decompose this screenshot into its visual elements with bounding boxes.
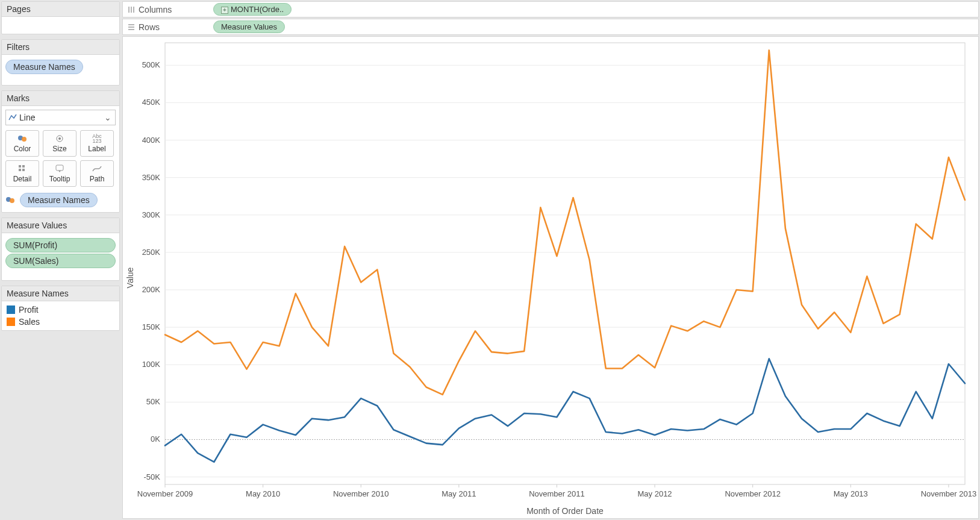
svg-rect-16 <box>128 29 134 30</box>
svg-text:50K: 50K <box>146 397 160 406</box>
pages-title: Pages <box>2 2 119 17</box>
svg-text:450K: 450K <box>142 98 161 107</box>
legend-title: Measure Names <box>2 286 119 301</box>
svg-point-3 <box>58 137 61 140</box>
detail-icon <box>18 164 27 174</box>
marks-title: Marks <box>2 91 119 106</box>
svg-text:300K: 300K <box>142 210 161 219</box>
columns-label: Columns <box>139 5 172 14</box>
svg-text:November 2009: November 2009 <box>137 489 193 498</box>
svg-text:November 2010: November 2010 <box>333 489 389 498</box>
y-axis-title: Value <box>125 267 135 288</box>
marks-size-button[interactable]: Size <box>43 130 76 157</box>
svg-rect-8 <box>56 165 63 171</box>
legend-swatch-profit <box>7 305 15 314</box>
label-icon: Abc123 <box>92 134 102 143</box>
svg-rect-12 <box>131 7 132 13</box>
side-panel: Pages Filters Measure Names Marks Line ⌄ <box>0 0 121 520</box>
chart-area[interactable]: Value -50K0K50K100K150K200K250K300K350K4… <box>122 36 979 519</box>
columns-shelf[interactable]: Columns +MONTH(Orde.. <box>122 1 979 17</box>
svg-text:200K: 200K <box>142 285 161 294</box>
svg-text:500K: 500K <box>142 60 161 69</box>
color-pill-measure-names[interactable]: Measure Names <box>20 193 98 207</box>
legend-item-sales[interactable]: Sales <box>2 316 119 328</box>
legend-item-profit[interactable]: Profit <box>2 304 119 316</box>
svg-text:May 2012: May 2012 <box>638 489 672 498</box>
chart-svg: -50K0K50K100K150K200K250K300K350K400K450… <box>123 37 977 518</box>
svg-text:November 2013: November 2013 <box>921 489 977 498</box>
svg-point-10 <box>10 198 14 203</box>
measure-values-card: Measure Values SUM(Profit) SUM(Sales) <box>1 218 120 281</box>
svg-text:-50K: -50K <box>144 472 161 481</box>
marks-type-label: Line <box>19 113 35 122</box>
measure-values-title: Measure Values <box>2 218 119 233</box>
rows-pill-measure-values[interactable]: Measure Values <box>213 20 285 33</box>
filter-pill-measure-names[interactable]: Measure Names <box>5 60 83 74</box>
marks-label-button[interactable]: Abc123 Label <box>80 130 114 157</box>
svg-text:May 2013: May 2013 <box>834 489 868 498</box>
svg-rect-13 <box>133 7 134 13</box>
svg-rect-17 <box>165 43 965 484</box>
color-icon <box>5 196 15 204</box>
rows-label: Rows <box>139 22 160 32</box>
svg-rect-6 <box>19 169 21 171</box>
svg-text:250K: 250K <box>142 248 161 257</box>
svg-text:May 2010: May 2010 <box>246 489 280 498</box>
legend-swatch-sales <box>7 318 15 326</box>
measure-value-pill-profit[interactable]: SUM(Profit) <box>5 238 116 252</box>
color-icon <box>17 134 27 143</box>
expand-icon[interactable]: + <box>221 7 228 14</box>
svg-rect-5 <box>22 165 25 168</box>
marks-detail-button[interactable]: Detail <box>5 160 39 187</box>
svg-text:400K: 400K <box>142 136 161 145</box>
tooltip-icon <box>55 164 64 174</box>
svg-rect-4 <box>19 165 21 168</box>
marks-tooltip-button[interactable]: Tooltip <box>43 160 76 187</box>
chevron-down-icon: ⌄ <box>104 113 115 122</box>
columns-icon <box>128 6 135 13</box>
marks-card: Marks Line ⌄ Color <box>1 90 120 213</box>
svg-rect-11 <box>128 7 130 13</box>
columns-pill-month[interactable]: +MONTH(Orde.. <box>213 3 292 16</box>
pages-card: Pages <box>1 1 120 34</box>
rows-shelf[interactable]: Rows Measure Values <box>122 19 979 35</box>
filters-title: Filters <box>2 40 119 55</box>
svg-text:November 2012: November 2012 <box>725 489 781 498</box>
svg-rect-7 <box>22 169 25 171</box>
size-icon <box>55 134 64 143</box>
marks-path-button[interactable]: Path <box>80 160 114 187</box>
svg-text:100K: 100K <box>142 360 161 369</box>
measure-value-pill-sales[interactable]: SUM(Sales) <box>5 254 116 268</box>
filters-card: Filters Measure Names <box>1 39 120 86</box>
marks-color-button[interactable]: Color <box>5 130 39 157</box>
svg-text:November 2011: November 2011 <box>529 489 585 498</box>
legend-card: Measure Names Profit Sales <box>1 286 120 331</box>
svg-rect-15 <box>128 27 134 28</box>
svg-point-1 <box>22 137 27 142</box>
svg-text:0K: 0K <box>151 434 160 443</box>
svg-text:350K: 350K <box>142 173 161 182</box>
svg-text:150K: 150K <box>142 322 161 331</box>
svg-rect-14 <box>128 24 134 25</box>
line-chart-icon <box>8 113 17 122</box>
path-icon <box>92 164 102 174</box>
svg-text:Month of Order Date: Month of Order Date <box>526 506 604 516</box>
marks-type-select[interactable]: Line ⌄ <box>5 110 116 125</box>
svg-text:May 2011: May 2011 <box>442 489 476 498</box>
rows-icon <box>128 23 135 31</box>
